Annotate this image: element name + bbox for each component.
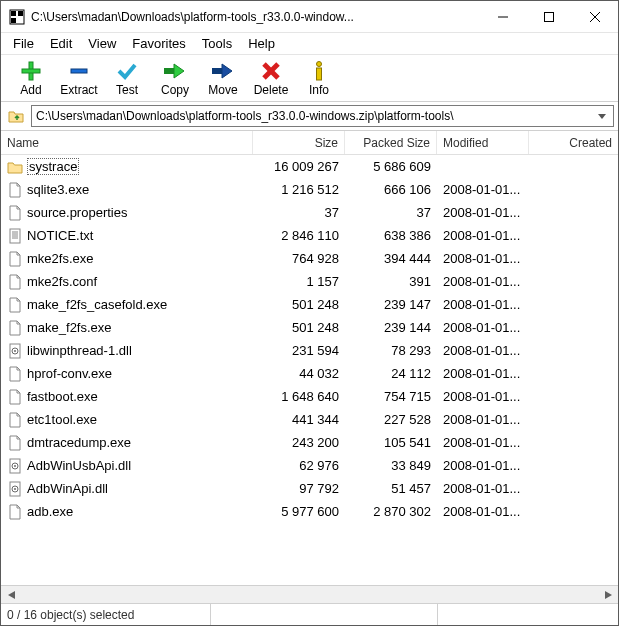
cell-modified: 2008-01-01... <box>437 458 529 473</box>
table-row[interactable]: source.properties37372008-01-01... <box>1 201 618 224</box>
exe-icon <box>7 504 23 520</box>
dll-icon <box>7 481 23 497</box>
cell-packed: 391 <box>345 274 437 289</box>
menu-favorites[interactable]: Favorites <box>124 34 193 53</box>
minus-icon <box>65 59 93 83</box>
table-row[interactable]: hprof-conv.exe44 03224 1122008-01-01... <box>1 362 618 385</box>
table-row[interactable]: fastboot.exe1 648 640754 7152008-01-01..… <box>1 385 618 408</box>
status-spacer <box>211 604 438 625</box>
cell-name: systrace <box>1 158 253 175</box>
file-name: make_f2fs_casefold.exe <box>27 297 167 312</box>
column-packed[interactable]: Packed Size <box>345 131 437 154</box>
cell-size: 441 344 <box>253 412 345 427</box>
table-row[interactable]: systrace16 009 2675 686 609 <box>1 155 618 178</box>
exe-icon <box>7 412 23 428</box>
table-row[interactable]: AdbWinUsbApi.dll62 97633 8492008-01-01..… <box>1 454 618 477</box>
column-size[interactable]: Size <box>253 131 345 154</box>
cell-size: 16 009 267 <box>253 159 345 174</box>
file-name: systrace <box>27 158 79 175</box>
file-name: dmtracedump.exe <box>27 435 131 450</box>
table-row[interactable]: etc1tool.exe441 344227 5282008-01-01... <box>1 408 618 431</box>
file-icon <box>7 274 23 290</box>
cell-packed: 78 293 <box>345 343 437 358</box>
maximize-button[interactable] <box>526 1 572 32</box>
menu-file[interactable]: File <box>5 34 42 53</box>
table-row[interactable]: dmtracedump.exe243 200105 5412008-01-01.… <box>1 431 618 454</box>
cell-modified: 2008-01-01... <box>437 182 529 197</box>
table-row[interactable]: NOTICE.txt2 846 110638 3862008-01-01... <box>1 224 618 247</box>
delete-button[interactable]: Delete <box>247 57 295 99</box>
info-button[interactable]: Info <box>295 57 343 99</box>
add-button[interactable]: Add <box>7 57 55 99</box>
path-text: C:\Users\madan\Downloads\platform-tools_… <box>36 109 595 123</box>
horizontal-scrollbar[interactable] <box>1 585 618 603</box>
menu-view[interactable]: View <box>80 34 124 53</box>
column-headers: Name Size Packed Size Modified Created <box>1 131 618 155</box>
cell-packed: 666 106 <box>345 182 437 197</box>
move-button[interactable]: Move <box>199 57 247 99</box>
file-rows: systrace16 009 2675 686 609sqlite3.exe1 … <box>1 155 618 585</box>
menu-edit[interactable]: Edit <box>42 34 80 53</box>
table-row[interactable]: adb.exe5 977 6002 870 3022008-01-01... <box>1 500 618 523</box>
close-button[interactable] <box>572 1 618 32</box>
up-button[interactable] <box>5 105 27 127</box>
cell-name: make_f2fs.exe <box>1 320 253 336</box>
table-row[interactable]: mke2fs.conf1 1573912008-01-01... <box>1 270 618 293</box>
table-row[interactable]: libwinpthread-1.dll231 59478 2932008-01-… <box>1 339 618 362</box>
column-modified[interactable]: Modified <box>437 131 529 154</box>
cell-modified: 2008-01-01... <box>437 343 529 358</box>
column-name[interactable]: Name <box>1 131 253 154</box>
table-row[interactable]: make_f2fs_casefold.exe501 248239 1472008… <box>1 293 618 316</box>
column-created[interactable]: Created <box>529 131 618 154</box>
minimize-button[interactable] <box>480 1 526 32</box>
cell-size: 5 977 600 <box>253 504 345 519</box>
chevron-down-icon[interactable] <box>595 114 609 119</box>
cell-modified: 2008-01-01... <box>437 320 529 335</box>
svg-rect-18 <box>317 68 322 80</box>
file-name: hprof-conv.exe <box>27 366 112 381</box>
cell-size: 1 648 640 <box>253 389 345 404</box>
cell-packed: 394 444 <box>345 251 437 266</box>
cell-modified: 2008-01-01... <box>437 412 529 427</box>
svg-rect-11 <box>164 68 174 74</box>
folder-up-icon <box>8 108 24 124</box>
toolbar-label: Add <box>20 83 41 97</box>
cell-packed: 105 541 <box>345 435 437 450</box>
svg-point-17 <box>317 62 322 67</box>
file-name: AdbWinApi.dll <box>27 481 108 496</box>
file-name: libwinpthread-1.dll <box>27 343 132 358</box>
file-name: AdbWinUsbApi.dll <box>27 458 131 473</box>
table-row[interactable]: AdbWinApi.dll97 79251 4572008-01-01... <box>1 477 618 500</box>
cell-size: 501 248 <box>253 320 345 335</box>
test-button[interactable]: Test <box>103 57 151 99</box>
statusbar: 0 / 16 object(s) selected <box>1 603 618 625</box>
menu-help[interactable]: Help <box>240 34 283 53</box>
table-row[interactable]: mke2fs.exe764 928394 4442008-01-01... <box>1 247 618 270</box>
titlebar: C:\Users\madan\Downloads\platform-tools_… <box>1 1 618 33</box>
file-name: NOTICE.txt <box>27 228 93 243</box>
toolbar-label: Test <box>116 83 138 97</box>
file-name: mke2fs.conf <box>27 274 97 289</box>
extract-button[interactable]: Extract <box>55 57 103 99</box>
svg-rect-2 <box>18 11 23 16</box>
cell-size: 243 200 <box>253 435 345 450</box>
table-row[interactable]: make_f2fs.exe501 248239 1442008-01-01... <box>1 316 618 339</box>
file-list: Name Size Packed Size Modified Created s… <box>1 131 618 585</box>
exe-icon <box>7 435 23 451</box>
exe-icon <box>7 366 23 382</box>
cell-packed: 754 715 <box>345 389 437 404</box>
copy-button[interactable]: Copy <box>151 57 199 99</box>
scroll-right-icon[interactable] <box>600 588 616 602</box>
window-controls <box>480 1 618 32</box>
svg-rect-13 <box>212 68 222 74</box>
scroll-left-icon[interactable] <box>3 588 19 602</box>
cell-packed: 638 386 <box>345 228 437 243</box>
menu-tools[interactable]: Tools <box>194 34 240 53</box>
path-combobox[interactable]: C:\Users\madan\Downloads\platform-tools_… <box>31 105 614 127</box>
cell-packed: 239 144 <box>345 320 437 335</box>
svg-point-27 <box>14 350 16 352</box>
table-row[interactable]: sqlite3.exe1 216 512666 1062008-01-01... <box>1 178 618 201</box>
cell-packed: 227 528 <box>345 412 437 427</box>
svg-marker-12 <box>174 64 184 78</box>
svg-point-33 <box>14 488 16 490</box>
